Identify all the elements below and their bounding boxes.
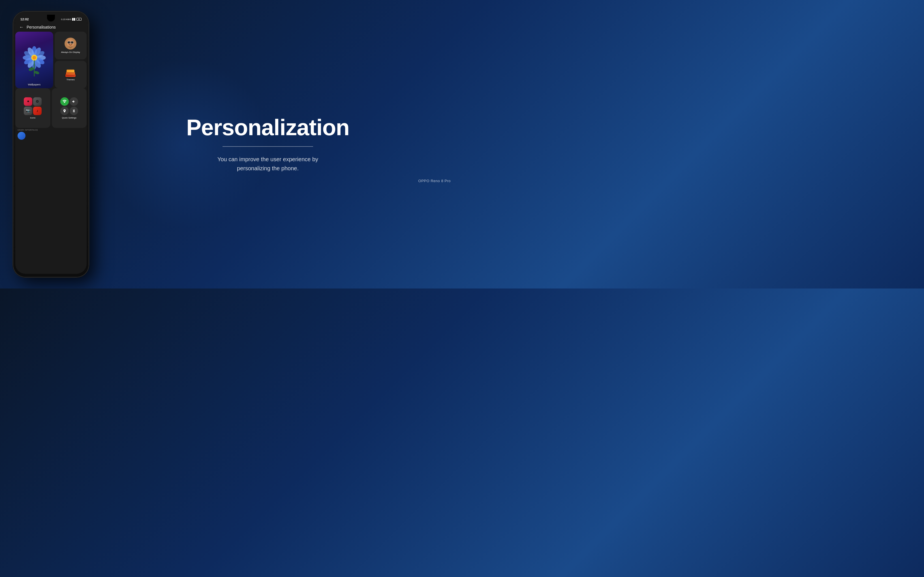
- tile-wallpapers[interactable]: Wallpapers: [15, 32, 53, 88]
- network-speed: 0.23 KB/S: [61, 18, 71, 21]
- qs-grid: [60, 97, 78, 115]
- aod-memoji: [65, 38, 76, 50]
- qs-bluetooth: [69, 106, 78, 115]
- right-tiles-column: Always-On Display Themes: [55, 32, 87, 88]
- phone-outer-shell: 12:02 0.23 KB/S ▊▊ 82 ← Personalisations: [13, 11, 89, 277]
- subtitle-line2: personalizing the phone.: [237, 165, 299, 171]
- right-panel: Personalization You can improve the user…: [85, 99, 462, 190]
- icon-settings: ⚙: [33, 97, 42, 106]
- tile-aod[interactable]: Always-On Display: [55, 32, 87, 60]
- app-bar: ← Personalisations: [15, 23, 87, 32]
- main-heading: Personalization: [186, 116, 349, 139]
- volume-down-button: [13, 86, 13, 103]
- grid-top-section: Wallpapers Always-On Display: [15, 32, 87, 88]
- themes-layers-icon: [64, 68, 77, 77]
- icon-camera: 📷: [24, 106, 32, 115]
- phone-screen: 12:02 0.23 KB/S ▊▊ 82 ← Personalisations: [15, 15, 87, 274]
- flower-wallpaper-svg: [19, 42, 50, 78]
- svg-point-13: [32, 56, 36, 60]
- signal-icon: ▊▊: [72, 18, 76, 21]
- icons-label: Icons: [30, 116, 36, 119]
- silent-button: [13, 51, 13, 61]
- ui-option-circle: [18, 132, 26, 140]
- quick-settings-label: Quick Settings: [62, 116, 76, 119]
- grid-bottom-section: ✦ ⚙ 📷 ♪ Icons: [15, 88, 87, 128]
- volume-up-button: [13, 65, 13, 82]
- user-interface-section-label: USER INTERFACE: [15, 128, 87, 132]
- tile-themes[interactable]: Themes: [55, 61, 87, 89]
- title-divider: [223, 146, 313, 147]
- status-time: 12:02: [20, 18, 29, 21]
- battery-icon: 82: [76, 18, 82, 21]
- icon-paint: ✦: [24, 97, 32, 106]
- brand-label: OPPO Reno 8 Pro: [418, 179, 451, 183]
- wallpapers-label: Wallpapers: [28, 83, 40, 88]
- themes-label: Themes: [66, 78, 75, 81]
- icon-music: ♪: [33, 106, 42, 115]
- tile-quick-settings[interactable]: Quick Settings: [52, 88, 87, 128]
- svg-point-16: [34, 71, 40, 75]
- icons-grid: ✦ ⚙ 📷 ♪: [24, 97, 42, 115]
- status-icons: 0.23 KB/S ▊▊ 82: [61, 18, 82, 21]
- aod-label: Always-On Display: [61, 51, 80, 53]
- screen-content: 12:02 0.23 KB/S ▊▊ 82 ← Personalisations: [15, 15, 87, 274]
- bottom-peek-area: [15, 132, 87, 140]
- power-button: [89, 62, 89, 76]
- qs-location: [60, 106, 69, 115]
- subtitle-line1: You can improve the user experience by: [217, 156, 318, 162]
- qs-sound: [69, 97, 78, 106]
- phone-mockup: 12:02 0.23 KB/S ▊▊ 82 ← Personalisations: [8, 6, 94, 283]
- qs-wifi: [60, 97, 69, 106]
- page-title: Personalisations: [27, 25, 56, 29]
- back-button[interactable]: ←: [19, 25, 24, 29]
- tile-icons[interactable]: ✦ ⚙ 📷 ♪ Icons: [15, 88, 50, 128]
- subtitle-text: You can improve the user experience by p…: [217, 155, 318, 173]
